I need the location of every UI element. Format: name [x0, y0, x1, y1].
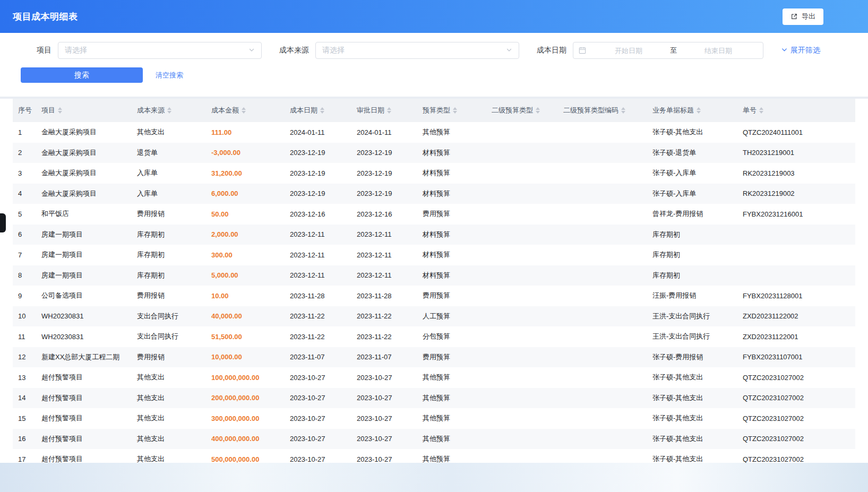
sorter-icon[interactable] [320, 107, 324, 114]
cell-cost-date: 2023-12-19 [285, 184, 351, 204]
cell-doc-title: 汪振-费用报销 [647, 286, 737, 306]
cell-cost-amount: -3,000.00 [206, 143, 285, 163]
cell-cost-source: 其他支出 [132, 449, 206, 463]
table-row[interactable]: 13 超付预警项目 其他支出 100,000,000.00 2023-10-27… [13, 367, 855, 388]
cell-doc-no: QTZC20231027002 [737, 367, 855, 388]
cost-table-panel: 序号 项目 成本来源 成本金额 成本日期 审批日期 预算类型 二级预算类型 二级… [0, 99, 868, 463]
sorter-icon[interactable] [242, 107, 246, 114]
cell-budget-type: 费用预算 [417, 286, 486, 306]
cell-budget-type: 材料预算 [417, 143, 486, 163]
cell-doc-no: QTZC20231027002 [737, 449, 855, 463]
table-row[interactable]: 16 超付预警项目 其他支出 400,000,000.00 2023-10-27… [13, 429, 855, 450]
filter-actions: 搜索 清空搜索 [13, 67, 820, 83]
table-row[interactable]: 10 WH20230831 支出合同执行 40,000.00 2023-11-2… [13, 306, 855, 327]
cell-project: 超付预警项目 [36, 408, 132, 429]
cell-sub-budget-type [486, 388, 558, 409]
end-date-input[interactable] [679, 47, 758, 55]
table-row[interactable]: 4 金融大厦采购项目 入库单 6,000.00 2023-12-19 2023-… [13, 184, 855, 204]
table-row[interactable]: 7 房建一期项目 库存期初 300.00 2023-12-11 2023-12-… [13, 245, 855, 265]
caret-down-icon [320, 111, 324, 114]
cell-sub-budget-code [558, 265, 647, 286]
cell-cost-amount: 51,500.00 [206, 326, 285, 347]
sorter-icon[interactable] [167, 107, 171, 114]
cell-cost-amount: 400,000,000.00 [206, 429, 285, 450]
sorter-icon[interactable] [536, 107, 540, 114]
table-row[interactable]: 9 公司备选项目 费用报销 10.00 2023-11-28 2023-11-2… [13, 286, 855, 306]
column-header-cost-amount: 成本金额 [206, 99, 285, 122]
cost-date-range-picker[interactable]: 至 [573, 42, 763, 59]
caret-up-icon [621, 107, 625, 110]
cell-sub-budget-code [558, 367, 647, 388]
table-row[interactable]: 17 超付预警项目 其他支出 500,000,000.00 2023-10-27… [13, 449, 855, 463]
cell-doc-title: 张子硕-其他支出 [647, 408, 737, 429]
sorter-icon[interactable] [58, 107, 62, 114]
caret-down-icon [453, 111, 457, 114]
table-row[interactable]: 15 超付预警项目 其他支出 300,000,000.00 2023-10-27… [13, 408, 855, 429]
cell-approval-date: 2023-11-22 [351, 306, 417, 327]
page-header: 项目成本明细表 导出 [0, 0, 868, 33]
clear-search-link[interactable]: 清空搜索 [156, 71, 183, 80]
cell-sub-budget-type [486, 184, 558, 204]
cell-approval-date: 2023-12-19 [351, 184, 417, 204]
cell-sub-budget-type [486, 367, 558, 388]
start-date-input[interactable] [589, 47, 668, 55]
cell-cost-source: 库存期初 [132, 265, 206, 286]
caret-down-icon [697, 111, 701, 114]
cell-index: 13 [13, 367, 36, 388]
cell-sub-budget-type [486, 143, 558, 163]
project-select[interactable]: 请选择 [58, 42, 262, 59]
search-button[interactable]: 搜索 [21, 67, 143, 83]
table-row[interactable]: 3 金融大厦采购项目 入库单 31,200.00 2023-12-19 2023… [13, 163, 855, 184]
cell-budget-type: 其他预算 [417, 449, 486, 463]
cell-doc-title: 库存期初 [647, 265, 737, 286]
cell-approval-date: 2023-12-19 [351, 163, 417, 184]
cell-doc-title: 库存期初 [647, 225, 737, 245]
cell-doc-no: QTZC20231027002 [737, 408, 855, 429]
cell-sub-budget-code [558, 163, 647, 184]
project-filter-label: 项目 [13, 46, 51, 55]
cell-doc-no: QTZC20240111001 [737, 122, 855, 143]
cell-sub-budget-type [486, 408, 558, 429]
cell-cost-amount: 300.00 [206, 245, 285, 265]
sorter-icon[interactable] [759, 107, 763, 114]
export-button[interactable]: 导出 [783, 8, 823, 25]
cell-doc-no [737, 245, 855, 265]
cell-index: 2 [13, 143, 36, 163]
cell-sub-budget-code [558, 204, 647, 225]
cell-doc-no: QTZC20231027002 [737, 429, 855, 450]
cell-doc-title: 张子硕-其他支出 [647, 122, 737, 143]
cost-date-filter-label: 成本日期 [528, 46, 566, 55]
table-row[interactable]: 12 新建XX总部大厦工程二期 费用报销 10,000.00 2023-11-0… [13, 347, 855, 368]
cell-cost-date: 2023-10-27 [285, 408, 351, 429]
project-select-placeholder: 请选择 [65, 46, 87, 55]
sorter-icon[interactable] [697, 107, 701, 114]
cell-index: 15 [13, 408, 36, 429]
chevron-down-icon [248, 46, 255, 55]
cell-sub-budget-code [558, 326, 647, 347]
table-row[interactable]: 14 超付预警项目 其他支出 200,000,000.00 2023-10-27… [13, 388, 855, 409]
cell-doc-no [737, 225, 855, 245]
table-row[interactable]: 6 房建一期项目 库存期初 2,000.00 2023-12-11 2023-1… [13, 225, 855, 245]
column-header-project: 项目 [36, 99, 132, 122]
cell-cost-source: 入库单 [132, 163, 206, 184]
cell-cost-date: 2023-11-22 [285, 306, 351, 327]
cell-budget-type: 其他预算 [417, 408, 486, 429]
sorter-icon[interactable] [387, 107, 391, 114]
table-row[interactable]: 2 金融大厦采购项目 退货单 -3,000.00 2023-12-19 2023… [13, 143, 855, 163]
drawer-handle[interactable] [0, 213, 6, 232]
cell-sub-budget-type [486, 347, 558, 368]
sorter-icon[interactable] [621, 107, 625, 114]
cell-cost-date: 2023-12-11 [285, 245, 351, 265]
sorter-icon[interactable] [453, 107, 457, 114]
cell-sub-budget-code [558, 245, 647, 265]
table-row[interactable]: 8 房建一期项目 库存期初 5,000.00 2023-12-11 2023-1… [13, 265, 855, 286]
cost-source-select[interactable]: 请选择 [315, 42, 519, 59]
table-row[interactable]: 1 金融大厦采购项目 其他支出 111.00 2024-01-11 2024-0… [13, 122, 855, 143]
cell-doc-no: QTZC20231027002 [737, 388, 855, 409]
table-row[interactable]: 11 WH20230831 支出合同执行 51,500.00 2023-11-2… [13, 326, 855, 347]
cell-cost-source: 支出合同执行 [132, 326, 206, 347]
filter-panel: 项目 请选择 成本来源 请选择 成本日期 [0, 33, 868, 97]
table-row[interactable]: 5 和平饭店 费用报销 50.00 2023-12-16 2023-12-16 … [13, 204, 855, 225]
expand-filters-link[interactable]: 展开筛选 [781, 46, 820, 55]
caret-up-icon [58, 107, 62, 110]
